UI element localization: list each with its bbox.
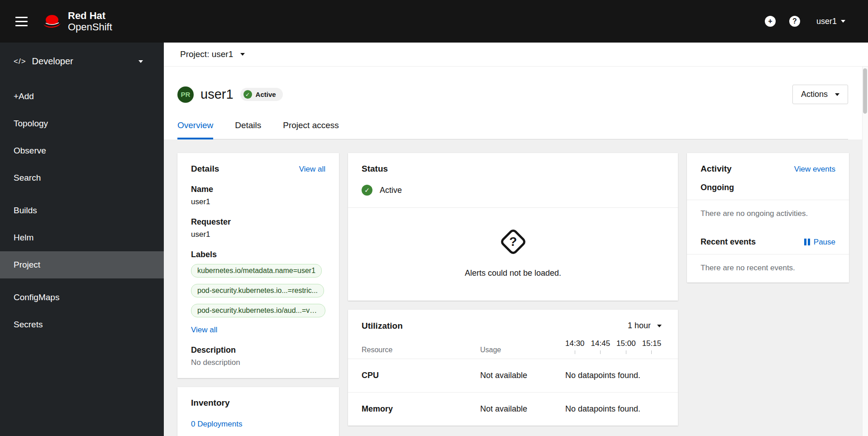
chevron-down-icon	[657, 325, 662, 327]
name-label: Name	[191, 185, 325, 194]
status-card-title: Status	[362, 164, 664, 174]
resource-name: Memory	[362, 404, 480, 414]
page-header: PR user1 ✓ Active Actions Overview Detai…	[164, 67, 868, 139]
activity-card-title: Activity	[701, 164, 732, 174]
add-shortcut-icon[interactable]: +	[765, 16, 776, 27]
check-icon: ✓	[243, 90, 252, 99]
main-area: Project: user1 PR user1 ✓ Active Actions	[164, 43, 868, 436]
activity-card: Activity View events Ongoing There are n…	[687, 153, 849, 283]
perspective-switcher[interactable]: </> Developer	[0, 43, 164, 79]
time-tick-label: 14:45	[591, 339, 610, 348]
scroll-region: PR user1 ✓ Active Actions Overview Detai…	[164, 67, 868, 436]
requester-value: user1	[191, 230, 325, 239]
chevron-down-icon	[835, 93, 839, 96]
duration-label: 1 hour	[628, 321, 651, 331]
description-label: Description	[191, 345, 325, 355]
project-selector-label: Project: user1	[180, 49, 233, 59]
scrollbar-thumb[interactable]	[863, 68, 867, 114]
sidebar-item-configmaps[interactable]: ConfigMaps	[0, 284, 164, 311]
tab-details[interactable]: Details	[235, 120, 261, 139]
utilization-row-cpu: CPU Not available No datapoints found.	[348, 359, 678, 392]
tab-project-access[interactable]: Project access	[283, 120, 339, 139]
redhat-fedora-icon	[42, 14, 62, 29]
sidebar-item-project[interactable]: Project	[0, 251, 164, 278]
usage-column-header: Usage	[480, 346, 565, 354]
details-view-all-link[interactable]: View all	[299, 165, 325, 174]
tab-bar: Overview Details Project access	[177, 120, 848, 139]
requester-label: Requester	[191, 217, 325, 227]
status-badge: ✓ Active	[240, 88, 283, 101]
resource-datapoints: No datapoints found.	[565, 371, 664, 380]
alerts-empty-state: ? Alerts could not be loaded.	[348, 208, 678, 301]
nav-toggle-button[interactable]	[12, 13, 31, 30]
resource-name: CPU	[362, 371, 480, 380]
ongoing-label: Ongoing	[701, 183, 734, 192]
time-tick-label: 15:00	[616, 339, 636, 348]
view-events-link[interactable]: View events	[794, 165, 835, 174]
chevron-down-icon	[841, 20, 845, 23]
time-tick-label: 15:15	[642, 339, 662, 348]
sidebar-item-topology[interactable]: Topology	[0, 110, 164, 137]
deployments-link[interactable]: 0 Deployments	[191, 420, 242, 429]
time-axis: 14:30 14:45 15:00 15:15	[565, 339, 664, 354]
brand-logo: Red Hat OpenShift	[42, 10, 112, 33]
resource-usage: Not available	[480, 404, 565, 414]
resource-datapoints: No datapoints found.	[565, 404, 664, 414]
status-value: Active	[380, 186, 402, 195]
label-pill[interactable]: pod-security.kubernetes.io/aud...=v1...	[191, 304, 325, 317]
brand-openshift-text: OpenShift	[68, 21, 112, 33]
project-bar: Project: user1	[164, 43, 868, 67]
name-value: user1	[191, 197, 325, 206]
sidebar-item-observe[interactable]: Observe	[0, 137, 164, 164]
labels-view-all-link[interactable]: View all	[191, 326, 217, 335]
recent-events-empty-message: There are no recent events.	[687, 254, 849, 283]
alerts-message: Alerts could not be loaded.	[465, 268, 561, 278]
labels-label: Labels	[191, 250, 325, 259]
tab-overview[interactable]: Overview	[177, 120, 213, 139]
resource-usage: Not available	[480, 371, 565, 380]
sidebar-item-helm[interactable]: Helm	[0, 224, 164, 251]
sidebar-item-add[interactable]: +Add	[0, 83, 164, 110]
page-title: user1	[200, 87, 234, 102]
pause-button[interactable]: Pause	[804, 238, 835, 247]
status-badge-label: Active	[256, 91, 276, 98]
masthead: Red Hat OpenShift + ? user1	[0, 0, 868, 43]
resource-column-header: Resource	[362, 346, 480, 354]
label-pill[interactable]: pod-security.kubernetes.io...=restric...	[191, 284, 324, 297]
perspective-label: Developer	[32, 56, 73, 67]
duration-dropdown[interactable]: 1 hour	[625, 321, 664, 331]
project-avatar: PR	[177, 86, 194, 103]
check-icon: ✓	[362, 185, 372, 196]
masthead-toolbar: + ? user1	[765, 16, 848, 27]
scrollbar-track	[862, 67, 868, 436]
sidebar-item-secrets[interactable]: Secrets	[0, 311, 164, 338]
pause-icon	[804, 239, 810, 245]
overview-content: Details View all Name user1 Requester us…	[164, 139, 868, 436]
details-card-title: Details	[191, 164, 219, 174]
project-selector[interactable]: Project: user1	[177, 49, 248, 60]
code-icon: </>	[14, 57, 26, 66]
time-tick-label: 14:30	[565, 339, 585, 348]
utilization-row-memory: Memory Not available No datapoints found…	[348, 393, 678, 426]
sidebar-nav: </> Developer +Add Topology Observe Sear…	[0, 43, 164, 436]
sidebar-items: +Add Topology Observe Search Builds Helm…	[0, 79, 164, 338]
actions-dropdown[interactable]: Actions	[792, 85, 848, 104]
sidebar-item-builds[interactable]: Builds	[0, 197, 164, 224]
user-menu-label: user1	[816, 17, 837, 26]
pause-button-label: Pause	[814, 238, 835, 247]
status-card: Status ✓ Active ?	[348, 153, 678, 301]
label-pill[interactable]: kubernetes.io/metadata.name=user1	[191, 264, 322, 278]
utilization-card: Utilization 1 hour Resource Usage 14:30	[348, 310, 678, 426]
chevron-down-icon	[240, 53, 245, 56]
user-menu[interactable]: user1	[814, 16, 848, 27]
brand-redhat-text: Red Hat	[68, 10, 112, 21]
description-value: No description	[191, 358, 325, 367]
unknown-icon: ?	[499, 228, 527, 256]
inventory-card-title: Inventory	[191, 398, 325, 408]
actions-label: Actions	[801, 90, 828, 99]
sidebar-item-search[interactable]: Search	[0, 164, 164, 192]
chevron-down-icon	[138, 60, 143, 63]
utilization-card-title: Utilization	[362, 321, 403, 331]
inventory-card: Inventory 0 Deployments	[177, 387, 339, 436]
help-icon[interactable]: ?	[789, 16, 800, 27]
